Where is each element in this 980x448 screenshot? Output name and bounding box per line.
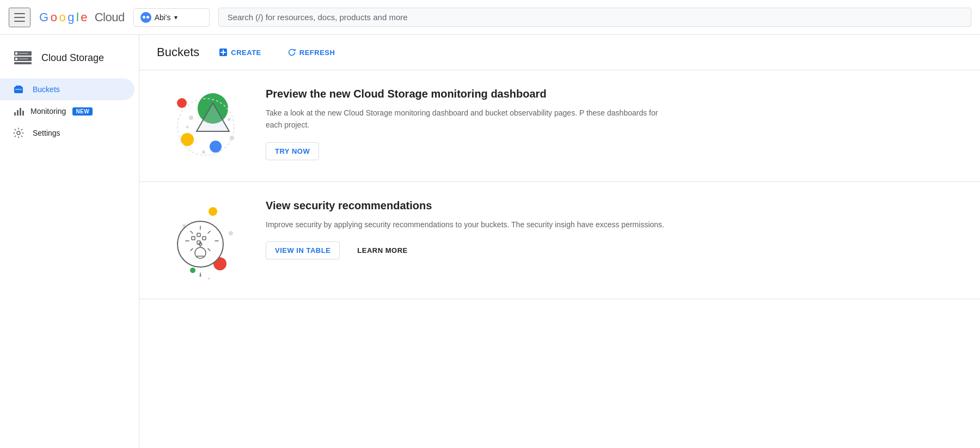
cloud-storage-icon xyxy=(13,48,33,68)
project-avatar xyxy=(140,12,151,23)
hamburger-button[interactable] xyxy=(9,8,30,27)
refresh-label: REFRESH xyxy=(299,49,335,57)
svg-point-24 xyxy=(230,136,234,140)
monitoring-dashboard-title: Preview the new Cloud Storage monitoring… xyxy=(266,88,958,100)
create-plus-icon xyxy=(219,48,228,57)
new-badge: NEW xyxy=(72,107,93,116)
svg-rect-11 xyxy=(17,110,19,116)
svg-point-34 xyxy=(208,277,210,280)
sidebar-title: Cloud Storage xyxy=(41,52,104,64)
svg-rect-8 xyxy=(16,86,21,88)
svg-point-19 xyxy=(210,141,222,153)
svg-point-17 xyxy=(177,98,187,108)
svg-point-25 xyxy=(186,126,189,129)
monitoring-icon xyxy=(13,106,24,117)
svg-point-21 xyxy=(189,116,193,120)
buckets-header: Buckets CREATE REFRESH xyxy=(139,35,980,70)
settings-icon xyxy=(13,128,24,138)
sidebar-header: Cloud Storage xyxy=(0,39,139,78)
security-recommendations-actions: VIEW IN TABLE LEARN MORE xyxy=(266,241,958,259)
avatar-dot-2 xyxy=(146,16,149,19)
hamburger-line-3 xyxy=(14,21,25,22)
svg-point-30 xyxy=(190,268,195,273)
monitoring-dashboard-content: Preview the new Cloud Storage monitoring… xyxy=(266,88,958,160)
bucket-icon xyxy=(13,84,24,95)
svg-rect-2 xyxy=(19,53,28,54)
security-illustration xyxy=(161,199,248,281)
svg-point-31 xyxy=(229,231,233,235)
svg-point-14 xyxy=(17,131,20,135)
security-recommendations-desc: Improve security by applying security re… xyxy=(266,219,674,231)
svg-rect-4 xyxy=(15,58,17,60)
create-button[interactable]: CREATE xyxy=(212,45,267,60)
app-layout: Cloud Storage Buckets Monitoring NEW xyxy=(0,35,980,448)
svg-point-18 xyxy=(181,133,194,146)
security-recommendations-content: View security recommendations Improve se… xyxy=(266,199,958,259)
svg-rect-5 xyxy=(19,58,28,59)
learn-more-button[interactable]: LEARN MORE xyxy=(348,242,416,259)
create-label: CREATE xyxy=(231,49,261,57)
project-selector[interactable]: Abi's ▾ xyxy=(133,8,210,27)
search-placeholder-text: Search (/) for resources, docs, products… xyxy=(228,13,408,22)
sidebar-item-monitoring-label: Monitoring xyxy=(30,107,66,116)
svg-rect-1 xyxy=(15,52,17,55)
monitoring-dashboard-desc: Take a look at the new Cloud Storage mon… xyxy=(266,107,674,131)
security-recommendations-title: View security recommendations xyxy=(266,199,958,212)
hamburger-line-2 xyxy=(14,17,25,18)
security-recommendations-card: View security recommendations Improve se… xyxy=(139,182,980,299)
svg-rect-12 xyxy=(20,108,21,116)
svg-rect-13 xyxy=(22,111,24,116)
sidebar-item-settings[interactable]: Settings xyxy=(0,122,134,144)
svg-point-23 xyxy=(202,150,205,154)
google-cloud-logo: Google Cloud xyxy=(39,10,125,25)
project-name: Abi's xyxy=(155,13,171,22)
svg-rect-9 xyxy=(15,89,22,90)
sidebar-item-buckets-label: Buckets xyxy=(33,85,60,94)
monitoring-illustration-svg xyxy=(161,88,248,164)
monitoring-dashboard-actions: TRY NOW xyxy=(266,142,958,160)
refresh-button[interactable]: REFRESH xyxy=(281,45,342,60)
sidebar-item-settings-label: Settings xyxy=(33,129,60,137)
svg-point-27 xyxy=(209,207,217,216)
main-content: Buckets CREATE REFRESH xyxy=(139,35,980,448)
view-in-table-button[interactable]: VIEW IN TABLE xyxy=(266,241,340,259)
dropdown-chevron-icon: ▾ xyxy=(174,14,177,21)
avatar-dot-1 xyxy=(143,16,145,19)
buckets-page-title: Buckets xyxy=(157,45,199,59)
monitoring-illustration xyxy=(161,88,248,164)
svg-rect-10 xyxy=(14,112,16,116)
avatar-dots xyxy=(143,16,149,19)
hamburger-line-1 xyxy=(14,13,25,14)
refresh-icon xyxy=(287,48,296,57)
try-now-button[interactable]: TRY NOW xyxy=(266,142,319,160)
search-bar[interactable]: Search (/) for resources, docs, products… xyxy=(218,8,971,27)
sidebar-item-monitoring[interactable]: Monitoring NEW xyxy=(0,100,134,122)
monitoring-dashboard-card: Preview the new Cloud Storage monitoring… xyxy=(139,70,980,182)
svg-point-22 xyxy=(228,118,231,121)
sidebar-item-buckets[interactable]: Buckets xyxy=(0,78,134,100)
sidebar: Cloud Storage Buckets Monitoring NEW xyxy=(0,35,139,448)
top-nav: Google Cloud Abi's ▾ Search (/) for reso… xyxy=(0,0,980,35)
svg-rect-6 xyxy=(14,62,32,64)
security-illustration-svg xyxy=(161,199,248,281)
